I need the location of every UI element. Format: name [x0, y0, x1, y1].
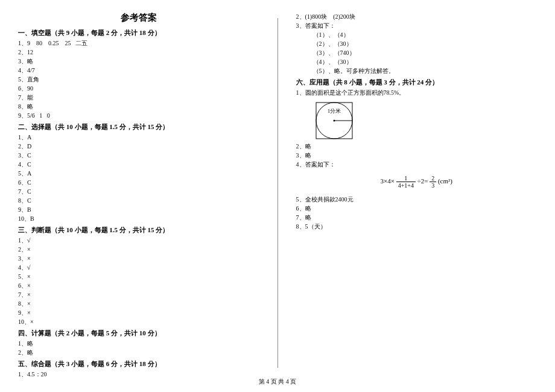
s3-item: 1、√: [18, 236, 259, 245]
formula-prefix: 3×4×: [380, 177, 394, 185]
s1-item: 2、12: [18, 48, 259, 57]
svg-point-3: [333, 120, 335, 122]
r-top-indent: （1）、（4）: [296, 30, 538, 39]
s1-item: 5、直角: [18, 75, 259, 84]
formula-suffix: (cm²): [438, 177, 452, 185]
s4-item: 2、略: [18, 348, 259, 357]
s2-item: 2、D: [18, 142, 259, 151]
s6-after1: 3、略: [296, 151, 538, 160]
s1-item: 6、90: [18, 84, 259, 93]
s1-item: 8、略: [18, 102, 259, 111]
s6-line1: 1、圆的面积是这个正方形面积的78.5%。: [296, 88, 538, 97]
s6-after2: 6、略: [296, 204, 538, 213]
r-top-indent: （5）、略。可多种方法解答。: [296, 66, 538, 75]
s1-item: 7、能: [18, 93, 259, 102]
r-top-indent: （2）、（30）: [296, 39, 538, 48]
s2-item: 6、C: [18, 178, 259, 187]
s2-item: 10、B: [18, 214, 259, 223]
section-6-head: 六、应用题（共 8 小题，每题 3 分，共计 24 分）: [296, 78, 538, 87]
s6-after1: 4、答案如下：: [296, 160, 538, 169]
page-footer: 第 4 页 共 4 页: [0, 378, 555, 386]
section-2-head: 二、选择题（共 10 小题，每题 1.5 分，共计 15 分）: [18, 122, 259, 131]
circle-square-diagram: 1分米: [313, 100, 538, 139]
diagram-label: 1分米: [327, 108, 341, 114]
page-title: 参考答案: [18, 12, 259, 24]
right-column: 2、(1)800块 (2)200块 3、答案如下： （1）、（4） （2）、（3…: [296, 12, 538, 379]
r-top-line: 3、答案如下：: [296, 21, 538, 30]
s6-after2: 5、全校共捐款2400元: [296, 195, 538, 204]
s1-item: 3、略: [18, 57, 259, 66]
frac1-den: 4+1+4: [396, 182, 416, 189]
s6-after2: 7、略: [296, 213, 538, 222]
section-4-head: 四、计算题（共 2 小题，每题 5 分，共计 10 分）: [18, 329, 259, 338]
r-top-line: 2、(1)800块 (2)200块: [296, 12, 538, 21]
s3-item: 2、×: [18, 245, 259, 254]
diagram-svg: 1分米: [313, 100, 355, 139]
s6-after2: 8、5（天）: [296, 222, 538, 231]
frac1-num: 1: [396, 175, 416, 182]
fraction-1: 1 4+1+4: [396, 175, 416, 189]
section-5-head: 五、综合题（共 3 小题，每题 6 分，共计 18 分）: [18, 359, 259, 368]
s3-item: 4、√: [18, 263, 259, 272]
s3-item: 6、×: [18, 281, 259, 290]
r-top-indent: （4）、（30）: [296, 57, 538, 66]
section-3-head: 三、判断题（共 10 小题，每题 1.5 分，共计 15 分）: [18, 226, 259, 235]
s2-item: 8、C: [18, 196, 259, 205]
frac2-den: 3: [430, 182, 436, 189]
s4-item: 1、略: [18, 339, 259, 348]
s2-item: 5、A: [18, 169, 259, 178]
r-top-indent: （3）、（740）: [296, 48, 538, 57]
column-divider: [278, 18, 278, 368]
s2-item: 7、C: [18, 187, 259, 196]
s1-item: 9、5/6 1 0: [18, 111, 259, 120]
fraction-2: 2 3: [430, 175, 436, 189]
s3-item: 3、×: [18, 254, 259, 263]
formula-mid: ÷2=: [417, 177, 428, 185]
s2-item: 3、C: [18, 151, 259, 160]
s3-item: 9、×: [18, 308, 259, 317]
s6-after1: 2、略: [296, 142, 538, 151]
s1-item: 1、9 80 0.25 25 二五: [18, 39, 259, 48]
s3-item: 8、×: [18, 299, 259, 308]
s1-item: 4、4/7: [18, 66, 259, 75]
s2-item: 1、A: [18, 133, 259, 142]
s3-item: 5、×: [18, 272, 259, 281]
s2-item: 4、C: [18, 160, 259, 169]
frac2-num: 2: [430, 175, 436, 182]
s2-item: 9、B: [18, 205, 259, 214]
s3-item: 7、×: [18, 290, 259, 299]
formula: 3×4× 1 4+1+4 ÷2= 2 3 (cm²): [296, 175, 538, 189]
left-column: 参考答案 一、填空题（共 9 小题，每题 2 分，共计 18 分） 1、9 80…: [18, 12, 259, 379]
section-1-head: 一、填空题（共 9 小题，每题 2 分，共计 18 分）: [18, 28, 259, 37]
page: 参考答案 一、填空题（共 9 小题，每题 2 分，共计 18 分） 1、9 80…: [0, 0, 555, 379]
s3-item: 10、×: [18, 317, 259, 326]
